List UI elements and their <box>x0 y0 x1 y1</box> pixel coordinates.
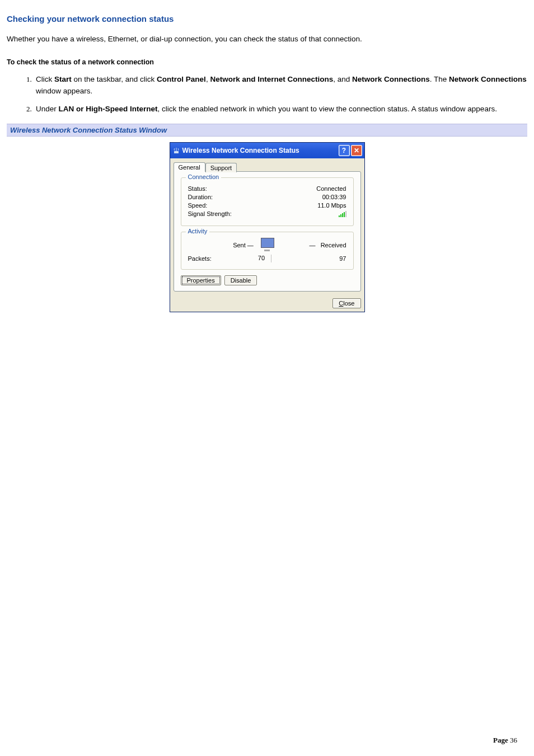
packets-label: Packets: <box>188 255 258 262</box>
window-title: Wireless Network Connection Status <box>182 147 339 154</box>
activity-sent-label: Sent — <box>188 242 258 248</box>
wireless-icon <box>172 147 180 154</box>
step-text: Click <box>36 75 54 83</box>
connection-group: Connection Status: Connected Duration: 0… <box>181 177 354 226</box>
signal-strength-icon <box>339 210 346 217</box>
packets-sent: 70 <box>258 255 265 261</box>
svg-rect-0 <box>174 151 179 153</box>
intro-paragraph: Whether you have a wireless, Ethernet, o… <box>7 34 527 45</box>
status-value: Connected <box>316 185 346 192</box>
step-text: , click the enabled network in which you… <box>158 105 497 113</box>
status-label: Status: <box>188 185 207 192</box>
ui-term: LAN or High-Speed Internet <box>59 105 158 113</box>
screenshot-container: Wireless Network Connection Status ? ✕ G… <box>7 142 527 312</box>
step-text: window appears. <box>36 87 92 95</box>
ui-term: Network Connections <box>449 75 527 83</box>
packets-received: 97 <box>276 255 346 262</box>
ui-term: Start <box>54 75 72 83</box>
section-heading: Checking your network connection status <box>7 14 527 24</box>
dialog-footer: Close <box>170 295 364 312</box>
close-button[interactable]: Close <box>332 298 360 308</box>
status-window: Wireless Network Connection Status ? ✕ G… <box>170 142 365 312</box>
duration-label: Duration: <box>188 194 213 200</box>
step-text: Under <box>36 105 59 113</box>
group-title-activity: Activity <box>186 228 210 234</box>
separator-icon <box>271 255 271 262</box>
titlebar[interactable]: Wireless Network Connection Status ? ✕ <box>170 143 364 158</box>
action-buttons: Properties Disable <box>181 275 354 285</box>
activity-group: Activity Sent — — Received <box>181 232 354 270</box>
speed-value: 11.0 Mbps <box>317 202 346 209</box>
step-text: . The <box>430 75 449 83</box>
help-button[interactable]: ? <box>339 145 350 156</box>
step-1: Click Start on the taskbar, and click Co… <box>34 74 527 97</box>
close-label-rest: lose <box>343 300 354 307</box>
signal-label: Signal Strength: <box>188 210 232 217</box>
disable-button[interactable]: Disable <box>224 275 257 285</box>
activity-received-label: — Received <box>276 242 346 248</box>
packets-sent-received: 70 <box>258 255 276 262</box>
procedure-steps: Click Start on the taskbar, and click Co… <box>7 74 527 115</box>
ui-term: Network Connections <box>352 75 430 83</box>
group-title-connection: Connection <box>186 173 222 180</box>
properties-button[interactable]: Properties <box>181 275 221 285</box>
figure-caption: Wireless Network Connection Status Windo… <box>7 124 527 137</box>
tab-strip: General Support <box>170 158 364 171</box>
procedure-heading: To check the status of a network connect… <box>7 58 527 66</box>
ui-term: Network and Internet Connections <box>210 75 333 83</box>
activity-icon <box>258 238 276 252</box>
close-icon[interactable]: ✕ <box>351 145 362 156</box>
step-text: on the taskbar, and click <box>72 75 157 83</box>
monitor-icon <box>259 238 275 251</box>
duration-value: 00:03:39 <box>322 194 346 200</box>
tab-support[interactable]: Support <box>205 163 237 172</box>
document-page: Checking your network connection status … <box>0 0 534 335</box>
step-text: , and <box>333 75 352 83</box>
tab-panel-general: Connection Status: Connected Duration: 0… <box>174 171 361 292</box>
tab-general[interactable]: General <box>174 162 205 172</box>
ui-term: Control Panel <box>157 75 206 83</box>
step-2: Under LAN or High-Speed Internet, click … <box>34 104 527 115</box>
speed-label: Speed: <box>188 202 208 209</box>
